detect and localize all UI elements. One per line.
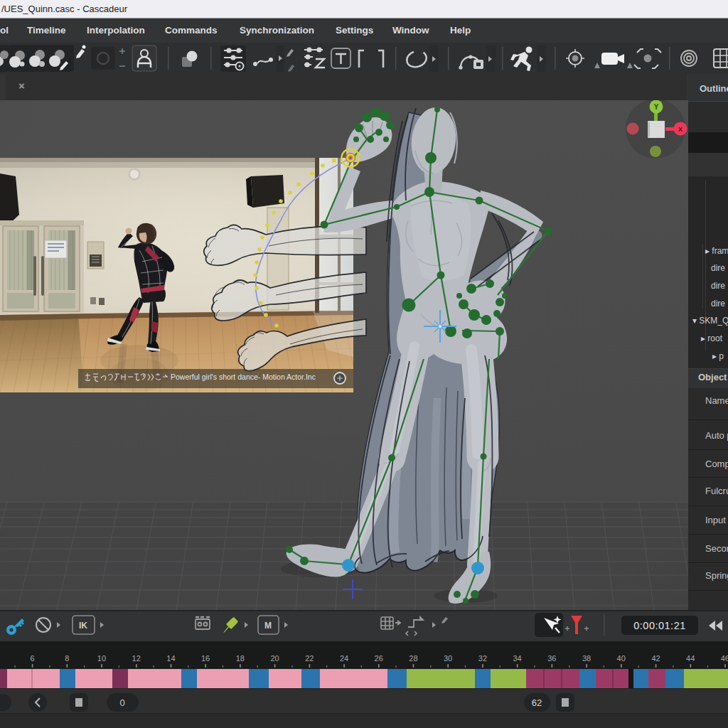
svg-text:X: X (678, 126, 682, 133)
svg-text:38: 38 (582, 654, 591, 663)
svg-text:46: 46 (721, 654, 728, 663)
svg-text:26: 26 (375, 654, 383, 663)
svg-text:0:00:01:21: 0:00:01:21 (633, 620, 686, 631)
svg-text:M: M (264, 621, 272, 631)
svg-text:6: 6 (30, 654, 34, 663)
svg-text:34: 34 (513, 654, 521, 663)
svg-text:28: 28 (409, 654, 417, 663)
svg-text:Y: Y (654, 103, 659, 111)
svg-text:62: 62 (532, 697, 542, 708)
svg-text:16: 16 (201, 654, 210, 663)
svg-text:0: 0 (119, 697, 124, 708)
svg-text:30: 30 (444, 654, 452, 663)
svg-text:24: 24 (340, 654, 348, 663)
svg-text:IK: IK (79, 621, 87, 631)
svg-text:22: 22 (305, 654, 314, 663)
svg-text:32: 32 (478, 654, 487, 663)
svg-text:14: 14 (166, 654, 175, 663)
svg-text:12: 12 (132, 654, 141, 663)
svg-text:40: 40 (617, 654, 626, 663)
svg-text:8: 8 (65, 654, 69, 663)
svg-text:42: 42 (651, 654, 660, 663)
svg-text:36: 36 (547, 654, 556, 663)
svg-text:44: 44 (686, 654, 695, 663)
svg-text:18: 18 (236, 654, 245, 663)
svg-text:20: 20 (270, 654, 279, 663)
svg-text:10: 10 (97, 654, 106, 663)
